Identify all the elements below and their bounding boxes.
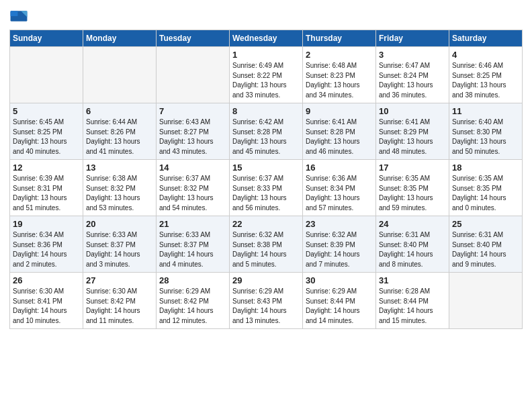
day-cell: 6Sunrise: 6:44 AMSunset: 8:26 PMDaylight… <box>83 103 157 160</box>
day-cell: 13Sunrise: 6:38 AMSunset: 8:32 PMDayligh… <box>83 160 157 216</box>
day-info: Sunrise: 6:41 AMSunset: 8:28 PMDaylight:… <box>306 118 373 156</box>
day-info: Sunrise: 6:33 AMSunset: 8:37 PMDaylight:… <box>159 230 226 269</box>
day-number: 13 <box>86 163 153 173</box>
day-info: Sunrise: 6:30 AMSunset: 8:42 PMDaylight:… <box>86 287 153 326</box>
day-cell: 16Sunrise: 6:36 AMSunset: 8:34 PMDayligh… <box>303 160 376 216</box>
day-info: Sunrise: 6:32 AMSunset: 8:39 PMDaylight:… <box>306 230 373 269</box>
day-cell: 24Sunrise: 6:31 AMSunset: 8:40 PMDayligh… <box>376 216 449 273</box>
day-cell: 5Sunrise: 6:45 AMSunset: 8:25 PMDaylight… <box>10 103 83 160</box>
day-info: Sunrise: 6:45 AMSunset: 8:25 PMDaylight:… <box>13 118 80 156</box>
day-cell: 11Sunrise: 6:40 AMSunset: 8:30 PMDayligh… <box>449 103 523 160</box>
day-info: Sunrise: 6:41 AMSunset: 8:29 PMDaylight:… <box>379 118 446 156</box>
day-cell: 29Sunrise: 6:29 AMSunset: 8:43 PMDayligh… <box>230 273 303 329</box>
day-number: 29 <box>232 275 300 285</box>
day-info: Sunrise: 6:32 AMSunset: 8:38 PMDaylight:… <box>232 230 300 269</box>
day-number: 20 <box>86 219 153 229</box>
day-info: Sunrise: 6:33 AMSunset: 8:37 PMDaylight:… <box>86 230 153 269</box>
day-cell: 12Sunrise: 6:39 AMSunset: 8:31 PMDayligh… <box>10 160 83 216</box>
day-number: 4 <box>452 50 519 60</box>
day-cell: 10Sunrise: 6:41 AMSunset: 8:29 PMDayligh… <box>376 103 449 160</box>
day-info: Sunrise: 6:48 AMSunset: 8:23 PMDaylight:… <box>306 61 373 100</box>
calendar-week-row: 26Sunrise: 6:30 AMSunset: 8:41 PMDayligh… <box>10 273 523 329</box>
day-number: 23 <box>306 219 373 229</box>
day-cell: 17Sunrise: 6:35 AMSunset: 8:35 PMDayligh… <box>376 160 449 216</box>
day-of-week-header: Sunday <box>10 30 83 47</box>
logo-icon <box>9 7 28 26</box>
day-number: 28 <box>159 275 226 285</box>
day-number: 27 <box>86 275 153 285</box>
day-of-week-header: Tuesday <box>157 30 230 47</box>
day-cell: 21Sunrise: 6:33 AMSunset: 8:37 PMDayligh… <box>157 216 230 273</box>
day-number: 6 <box>86 106 153 116</box>
day-cell: 30Sunrise: 6:29 AMSunset: 8:44 PMDayligh… <box>303 273 376 329</box>
calendar-week-row: 19Sunrise: 6:34 AMSunset: 8:36 PMDayligh… <box>10 216 523 273</box>
day-cell: 31Sunrise: 6:28 AMSunset: 8:44 PMDayligh… <box>376 273 449 329</box>
day-cell: 8Sunrise: 6:42 AMSunset: 8:28 PMDaylight… <box>230 103 303 160</box>
day-number: 24 <box>379 219 446 229</box>
empty-day-cell <box>157 47 230 103</box>
day-cell: 19Sunrise: 6:34 AMSunset: 8:36 PMDayligh… <box>10 216 83 273</box>
day-number: 3 <box>379 50 446 60</box>
day-number: 7 <box>159 106 226 116</box>
calendar-header-row: SundayMondayTuesdayWednesdayThursdayFrid… <box>10 30 523 47</box>
day-cell: 9Sunrise: 6:41 AMSunset: 8:28 PMDaylight… <box>303 103 376 160</box>
day-info: Sunrise: 6:37 AMSunset: 8:32 PMDaylight:… <box>159 174 226 213</box>
day-cell: 15Sunrise: 6:37 AMSunset: 8:33 PMDayligh… <box>230 160 303 216</box>
day-number: 5 <box>13 106 80 116</box>
day-info: Sunrise: 6:29 AMSunset: 8:42 PMDaylight:… <box>159 287 226 326</box>
calendar-week-row: 1Sunrise: 6:49 AMSunset: 8:22 PMDaylight… <box>10 47 523 103</box>
day-of-week-header: Wednesday <box>230 30 303 47</box>
day-info: Sunrise: 6:44 AMSunset: 8:26 PMDaylight:… <box>86 118 153 156</box>
day-number: 26 <box>13 275 80 285</box>
day-number: 11 <box>452 106 519 116</box>
day-cell: 28Sunrise: 6:29 AMSunset: 8:42 PMDayligh… <box>157 273 230 329</box>
day-info: Sunrise: 6:40 AMSunset: 8:30 PMDaylight:… <box>452 118 519 156</box>
day-cell: 3Sunrise: 6:47 AMSunset: 8:24 PMDaylight… <box>376 47 449 103</box>
day-info: Sunrise: 6:34 AMSunset: 8:36 PMDaylight:… <box>13 230 80 269</box>
day-info: Sunrise: 6:29 AMSunset: 8:44 PMDaylight:… <box>306 287 373 326</box>
day-cell: 7Sunrise: 6:43 AMSunset: 8:27 PMDaylight… <box>157 103 230 160</box>
day-number: 31 <box>379 275 446 285</box>
day-number: 12 <box>13 163 80 173</box>
day-info: Sunrise: 6:30 AMSunset: 8:41 PMDaylight:… <box>13 287 80 326</box>
day-cell: 18Sunrise: 6:35 AMSunset: 8:35 PMDayligh… <box>449 160 523 216</box>
day-cell: 14Sunrise: 6:37 AMSunset: 8:32 PMDayligh… <box>157 160 230 216</box>
day-info: Sunrise: 6:47 AMSunset: 8:24 PMDaylight:… <box>379 61 446 100</box>
day-number: 10 <box>379 106 446 116</box>
day-number: 14 <box>159 163 226 173</box>
day-info: Sunrise: 6:46 AMSunset: 8:25 PMDaylight:… <box>452 61 519 100</box>
day-cell: 20Sunrise: 6:33 AMSunset: 8:37 PMDayligh… <box>83 216 157 273</box>
day-info: Sunrise: 6:31 AMSunset: 8:40 PMDaylight:… <box>379 230 446 269</box>
day-cell: 4Sunrise: 6:46 AMSunset: 8:25 PMDaylight… <box>449 47 523 103</box>
day-info: Sunrise: 6:35 AMSunset: 8:35 PMDaylight:… <box>379 174 446 213</box>
day-number: 19 <box>13 219 80 229</box>
day-cell: 26Sunrise: 6:30 AMSunset: 8:41 PMDayligh… <box>10 273 83 329</box>
day-cell: 27Sunrise: 6:30 AMSunset: 8:42 PMDayligh… <box>83 273 157 329</box>
day-number: 1 <box>232 50 300 60</box>
day-info: Sunrise: 6:37 AMSunset: 8:33 PMDaylight:… <box>232 174 300 213</box>
day-cell: 1Sunrise: 6:49 AMSunset: 8:22 PMDaylight… <box>230 47 303 103</box>
svg-rect-2 <box>11 11 18 16</box>
day-of-week-header: Saturday <box>449 30 523 47</box>
day-info: Sunrise: 6:31 AMSunset: 8:40 PMDaylight:… <box>452 230 519 269</box>
day-number: 22 <box>232 219 300 229</box>
calendar-week-row: 5Sunrise: 6:45 AMSunset: 8:25 PMDaylight… <box>10 103 523 160</box>
day-cell: 23Sunrise: 6:32 AMSunset: 8:39 PMDayligh… <box>303 216 376 273</box>
day-cell: 2Sunrise: 6:48 AMSunset: 8:23 PMDaylight… <box>303 47 376 103</box>
day-number: 17 <box>379 163 446 173</box>
day-number: 15 <box>232 163 300 173</box>
day-number: 21 <box>159 219 226 229</box>
calendar-week-row: 12Sunrise: 6:39 AMSunset: 8:31 PMDayligh… <box>10 160 523 216</box>
day-of-week-header: Friday <box>376 30 449 47</box>
day-number: 30 <box>306 275 373 285</box>
day-number: 16 <box>306 163 373 173</box>
day-cell: 22Sunrise: 6:32 AMSunset: 8:38 PMDayligh… <box>230 216 303 273</box>
calendar-table: SundayMondayTuesdayWednesdayThursdayFrid… <box>9 30 523 329</box>
day-of-week-header: Monday <box>83 30 157 47</box>
day-info: Sunrise: 6:29 AMSunset: 8:43 PMDaylight:… <box>232 287 300 326</box>
day-info: Sunrise: 6:28 AMSunset: 8:44 PMDaylight:… <box>379 287 446 326</box>
logo <box>9 7 30 26</box>
day-of-week-header: Thursday <box>303 30 376 47</box>
day-info: Sunrise: 6:43 AMSunset: 8:27 PMDaylight:… <box>159 118 226 156</box>
empty-day-cell <box>83 47 157 103</box>
